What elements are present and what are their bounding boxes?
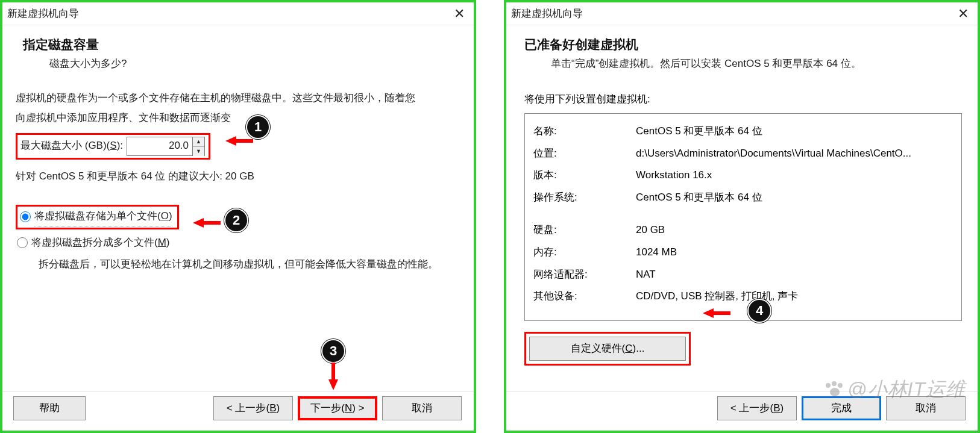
titlebar: 新建虚拟机向导 ✕ xyxy=(506,2,978,25)
callout-badge-4: 4 xyxy=(747,299,771,323)
arrow-icon xyxy=(328,379,338,390)
titlebar: 新建虚拟机向导 ✕ xyxy=(2,2,474,25)
wizard-header: 指定磁盘容量 磁盘大小为多少? xyxy=(2,25,474,76)
summary-row-other: 其他设备:CD/DVD, USB 控制器, 打印机, 声卡 xyxy=(533,287,953,306)
summary-row-location: 位置:d:\Users\Administrator\Documents\Virt… xyxy=(533,145,953,163)
summary-row-name: 名称:CentOS 5 和更早版本 64 位 xyxy=(533,122,953,141)
back-button[interactable]: < 上一步(B) xyxy=(717,396,797,420)
radio-split-files[interactable] xyxy=(17,237,28,248)
radio-single-file-wrap: 将虚拟磁盘存储为单个文件(O) xyxy=(16,205,179,229)
split-description: 拆分磁盘后，可以更轻松地在计算机之间移动虚拟机，但可能会降低大容量磁盘的性能。 xyxy=(39,256,459,273)
close-icon[interactable]: ✕ xyxy=(955,7,972,20)
page-heading: 指定磁盘容量 xyxy=(23,36,474,53)
callout-badge-3: 3 xyxy=(321,339,345,363)
max-disk-size-value: 20.0 xyxy=(127,137,192,155)
summary-row-network: 网络适配器:NAT xyxy=(533,266,953,284)
cancel-button[interactable]: 取消 xyxy=(382,396,462,420)
page-subheading: 单击“完成”创建虚拟机。然后可以安装 CentOS 5 和更早版本 64 位。 xyxy=(551,57,978,70)
callout-badge-2: 2 xyxy=(224,208,248,232)
max-disk-size-label: 最大磁盘大小 (GB)(S): xyxy=(20,137,123,155)
customize-hardware-wrap: 自定义硬件(C)... xyxy=(524,332,691,366)
wizard-ready-to-create: 新建虚拟机向导 ✕ 已准备好创建虚拟机 单击“完成”创建虚拟机。然后可以安装 C… xyxy=(504,0,980,433)
finish-button[interactable]: 完成 xyxy=(802,396,881,420)
spinner-icon[interactable]: ▲ ▼ xyxy=(192,137,204,155)
disk-description-line2: 向虚拟机中添加应用程序、文件和数据而逐渐变 xyxy=(16,110,459,127)
summary-intro: 将使用下列设置创建虚拟机: xyxy=(524,92,962,106)
back-button[interactable]: < 上一步(B) xyxy=(213,396,293,420)
window-title: 新建虚拟机向导 xyxy=(7,7,79,20)
page-heading: 已准备好创建虚拟机 xyxy=(524,36,978,53)
wizard-disk-capacity: 新建虚拟机向导 ✕ 指定磁盘容量 磁盘大小为多少? 虚拟机的硬盘作为一个或多个文… xyxy=(0,0,476,433)
wizard-footer: 帮助 < 上一步(B) 下一步(N) > 取消 xyxy=(2,391,474,425)
radio-split-files-label: 将虚拟磁盘拆分成多个文件(M) xyxy=(31,234,170,252)
summary-box: 名称:CentOS 5 和更早版本 64 位 位置:d:\Users\Admin… xyxy=(524,113,962,321)
summary-row-version: 版本:Workstation 16.x xyxy=(533,166,953,185)
spinner-up-icon[interactable]: ▲ xyxy=(193,137,204,147)
page-subheading: 磁盘大小为多少? xyxy=(49,57,474,70)
radio-single-file[interactable] xyxy=(20,211,31,222)
wizard-body: 将使用下列设置创建虚拟机: 名称:CentOS 5 和更早版本 64 位 位置:… xyxy=(506,76,978,372)
arrow-icon xyxy=(703,308,714,318)
customize-hardware-button[interactable]: 自定义硬件(C)... xyxy=(529,337,686,361)
max-disk-size-input[interactable]: 20.0 ▲ ▼ xyxy=(127,137,205,156)
help-button[interactable]: 帮助 xyxy=(13,396,86,420)
spinner-down-icon[interactable]: ▼ xyxy=(193,147,204,156)
wizard-footer: < 上一步(B) 完成 取消 xyxy=(506,391,978,425)
radio-single-file-label: 将虚拟磁盘存储为单个文件(O) xyxy=(34,208,172,226)
window-title: 新建虚拟机向导 xyxy=(511,7,583,20)
summary-row-memory: 内存:1024 MB xyxy=(533,243,953,262)
recommended-size: 针对 CentOS 5 和更早版本 64 位 的建议大小: 20 GB xyxy=(16,168,459,185)
max-disk-size-row: 最大磁盘大小 (GB)(S): 20.0 ▲ ▼ xyxy=(16,133,210,160)
summary-row-os: 操作系统:CentOS 5 和更早版本 64 位 xyxy=(533,188,953,207)
next-button[interactable]: 下一步(N) > xyxy=(298,396,377,420)
wizard-body: 虚拟机的硬盘作为一个或多个文件存储在主机的物理磁盘中。这些文件最初很小，随着您 … xyxy=(2,76,474,281)
wizard-header: 已准备好创建虚拟机 单击“完成”创建虚拟机。然后可以安装 CentOS 5 和更… xyxy=(506,25,978,76)
arrow-icon xyxy=(225,136,236,146)
close-icon[interactable]: ✕ xyxy=(451,7,468,20)
disk-description-line1: 虚拟机的硬盘作为一个或多个文件存储在主机的物理磁盘中。这些文件最初很小，随着您 xyxy=(16,90,459,107)
summary-row-disk: 硬盘:20 GB xyxy=(533,221,953,240)
cancel-button[interactable]: 取消 xyxy=(886,396,966,420)
arrow-icon xyxy=(193,218,204,228)
callout-badge-1: 1 xyxy=(246,115,270,139)
